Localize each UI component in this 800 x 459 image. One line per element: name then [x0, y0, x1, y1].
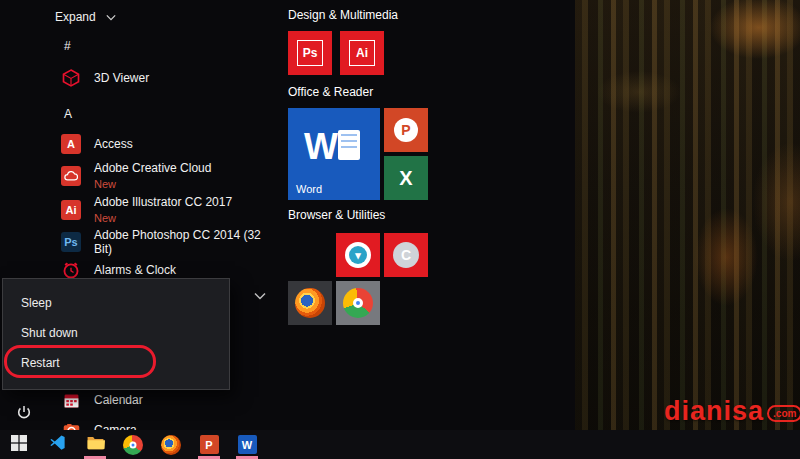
app-item-calendar[interactable]: Calendar [60, 386, 275, 414]
tile-firefox[interactable] [288, 281, 332, 325]
tile-illustrator[interactable]: Ai [340, 31, 384, 75]
tile-group-title: Design & Multimedia [288, 8, 398, 22]
power-option-shutdown[interactable]: Shut down [3, 318, 229, 348]
app-item-adobe-photoshop[interactable]: Ps Adobe Photoshop CC 2014 (32 Bit) [60, 228, 275, 256]
watermark-tld: .com [767, 405, 800, 422]
tile-download-utility[interactable]: ▾ [336, 233, 380, 277]
tile-group-title: Office & Reader [288, 85, 373, 99]
photoshop-icon: Ps [60, 231, 82, 253]
taskbar-firefox-button[interactable] [152, 430, 190, 459]
app-item-access[interactable]: A Access [60, 130, 275, 158]
power-options-flyout: Sleep Shut down Restart [2, 278, 230, 390]
chrome-icon [123, 435, 143, 455]
photoshop-tile-glyph: Ps [297, 40, 323, 66]
screen: dianisa .com Expand # 3D [0, 0, 800, 459]
tile-photoshop[interactable]: Ps [288, 31, 332, 75]
vscode-icon [48, 433, 67, 456]
app-label: Adobe Illustrator CC 2017 [94, 195, 232, 211]
calendar-icon [60, 389, 82, 411]
word-tile-label: Word [296, 183, 322, 195]
utility-app-icon: ▾ [345, 242, 371, 268]
taskbar-file-explorer-button[interactable] [76, 430, 114, 459]
app-item-3d-viewer[interactable]: 3D Viewer [60, 64, 275, 92]
ccleaner-icon: C [393, 242, 419, 268]
new-badge: New [94, 177, 211, 191]
powerpoint-icon: P [394, 118, 418, 142]
taskbar-word-button[interactable]: W [228, 430, 266, 459]
app-item-adobe-creative-cloud[interactable]: Adobe Creative Cloud New [60, 158, 275, 194]
power-button[interactable] [13, 404, 35, 426]
excel-icon: X [399, 167, 412, 190]
app-label: Calendar [94, 393, 143, 407]
tile-group-title: Browser & Utilities [288, 208, 385, 222]
power-icon [16, 405, 32, 425]
access-icon: A [60, 133, 82, 155]
expand-toggle[interactable]: Expand [55, 8, 116, 26]
illustrator-tile-glyph: Ai [349, 40, 375, 66]
start-menu: Expand # 3D Viewer A A Access [0, 0, 575, 430]
new-badge: New [94, 211, 232, 225]
expand-label: Expand [55, 10, 96, 24]
firefox-icon [161, 435, 181, 455]
app-label: Adobe Photoshop CC 2014 (32 Bit) [94, 228, 275, 256]
tile-powerpoint[interactable]: P [384, 108, 428, 152]
taskbar-vscode-button[interactable] [38, 430, 76, 459]
taskbar-chrome-button[interactable] [114, 430, 152, 459]
chevron-down-icon [106, 10, 116, 24]
word-page-icon [338, 130, 360, 160]
file-explorer-icon [86, 433, 105, 456]
section-letter-a[interactable]: A [64, 106, 72, 122]
illustrator-icon: Ai [60, 199, 82, 221]
desktop-wallpaper [570, 0, 800, 459]
app-label: Access [94, 137, 133, 151]
tile-ccleaner[interactable]: C [384, 233, 428, 277]
chevron-down-icon[interactable] [254, 286, 266, 304]
firefox-icon [295, 288, 325, 318]
section-letter-hash[interactable]: # [64, 38, 71, 54]
powerpoint-icon: P [200, 435, 219, 454]
power-option-restart[interactable]: Restart [3, 348, 229, 378]
windows-logo-icon [11, 435, 27, 455]
3d-viewer-icon [60, 67, 82, 89]
app-label: Adobe Creative Cloud [94, 161, 211, 177]
taskbar-powerpoint-button[interactable]: P [190, 430, 228, 459]
tiles-panel: Design & Multimedia Ps Ai Office & Reade… [280, 0, 575, 430]
start-button[interactable] [0, 430, 38, 459]
app-label: 3D Viewer [94, 71, 149, 85]
power-option-sleep[interactable]: Sleep [3, 288, 229, 318]
tile-word[interactable]: W Word [288, 108, 380, 200]
taskbar: P W [0, 430, 800, 459]
app-label: Alarms & Clock [94, 263, 176, 277]
tile-excel[interactable]: X [384, 156, 428, 200]
word-icon: W [304, 126, 338, 168]
watermark: dianisa .com [664, 396, 800, 427]
watermark-name: dianisa [664, 396, 764, 427]
app-item-adobe-illustrator[interactable]: Ai Adobe Illustrator CC 2017 New [60, 192, 275, 228]
tile-chrome[interactable] [336, 281, 380, 325]
creative-cloud-icon [60, 165, 82, 187]
chrome-icon [343, 288, 373, 318]
word-icon: W [238, 435, 257, 454]
